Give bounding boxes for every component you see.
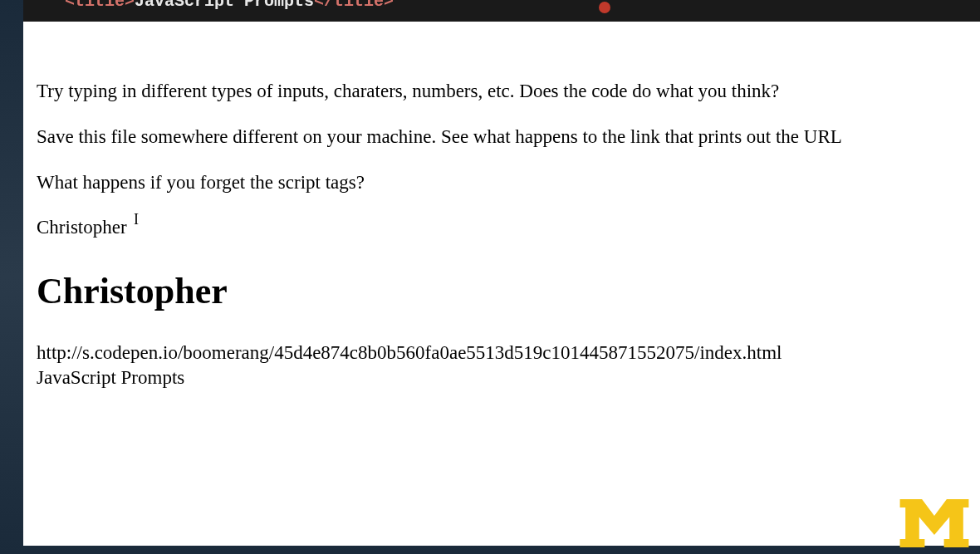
editor-tag-open: <title> — [65, 0, 135, 11]
editor-title-text: JavaScript Prompts — [135, 0, 314, 11]
page-title: JavaScript Prompts — [37, 365, 967, 390]
name-heading: Christopher — [37, 270, 967, 312]
error-dot-icon — [599, 2, 610, 13]
paragraph-instructions-3: What happens if you forget the script ta… — [37, 171, 967, 195]
paragraph-instructions-2: Save this file somewhere different on yo… — [37, 125, 967, 150]
browser-page: Try typing in different types of inputs,… — [23, 22, 980, 546]
name-text-small: Christopher — [37, 216, 967, 240]
paragraph-instructions-1: Try typing in different types of inputs,… — [37, 80, 967, 104]
editor-tag-close: </title> — [314, 0, 394, 11]
editor-code-line: <title>JavaScript Prompts</title> — [65, 0, 394, 11]
page-url: http://s.codepen.io/boomerang/45d4e874c8… — [37, 341, 967, 365]
editor-bar: <title>JavaScript Prompts</title> — [23, 0, 980, 22]
michigan-logo-icon — [899, 499, 970, 547]
